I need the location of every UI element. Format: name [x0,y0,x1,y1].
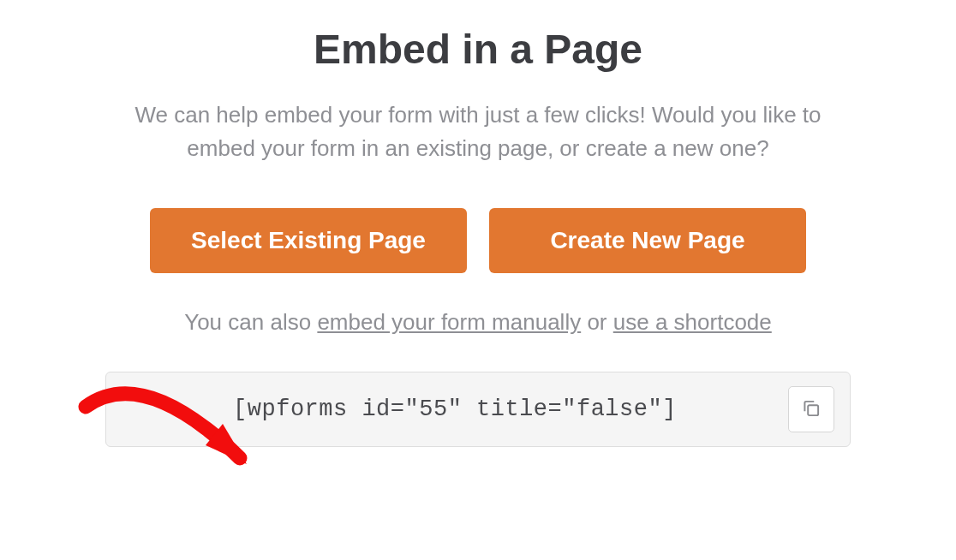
svg-rect-0 [808,405,818,415]
button-row: Select Existing Page Create New Page [150,208,806,273]
embed-dialog: Embed in a Page We can help embed your f… [0,0,956,447]
dialog-description: We can help embed your form with just a … [103,98,853,165]
embed-manually-link[interactable]: embed your form manually [317,309,581,335]
select-existing-page-button[interactable]: Select Existing Page [150,208,467,273]
helper-text: You can also embed your form manually or… [184,309,772,336]
helper-prefix: You can also [184,309,317,335]
copy-shortcode-button[interactable] [788,386,834,432]
use-shortcode-link[interactable]: use a shortcode [613,309,772,335]
copy-icon [800,397,822,422]
create-new-page-button[interactable]: Create New Page [489,208,806,273]
shortcode-box: [wpforms id="55" title="false"] [105,372,851,447]
helper-middle: or [581,309,613,335]
shortcode-text: [wpforms id="55" title="false"] [122,396,788,422]
dialog-title: Embed in a Page [314,26,642,73]
